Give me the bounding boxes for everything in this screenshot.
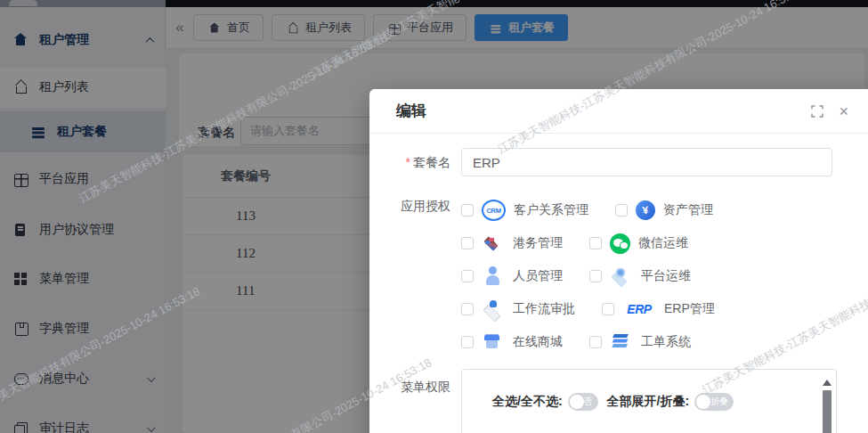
checkbox[interactable]: [589, 237, 602, 249]
checkbox[interactable]: [602, 303, 614, 315]
asset-icon: ¥: [635, 200, 657, 222]
app-auth-item[interactable]: 工单系统: [589, 331, 691, 353]
checkbox[interactable]: [461, 204, 474, 216]
tree-scrollbar[interactable]: [822, 372, 832, 433]
menu-permission-label: 菜单权限: [369, 369, 461, 404]
app-auth-item[interactable]: 港务管理: [461, 233, 563, 254]
app-auth-row: 应用授权 CRM客户关系管理¥资产管理港务管理微信运维人员管理平台运维工作流审批…: [369, 195, 868, 353]
dialog-body: *套餐名 ERP 应用授权 CRM客户关系管理¥资产管理港务管理微信运维人员管理…: [369, 134, 868, 433]
erp-icon: ERP: [622, 298, 656, 320]
toggle-knob: [696, 395, 710, 409]
required-asterisk: *: [406, 155, 410, 169]
app-auth-item[interactable]: 在线商城: [461, 331, 563, 353]
package-name-label: *套餐名: [369, 148, 461, 176]
app-auth-item[interactable]: ¥资产管理: [615, 200, 713, 221]
checkbox[interactable]: [461, 303, 474, 315]
expand-collapse-label: 全部展开/折叠:: [607, 394, 690, 410]
workorder-icon: [610, 331, 633, 353]
dialog-header: 编辑 ×: [369, 89, 868, 134]
checkbox[interactable]: [461, 336, 474, 348]
app-auth-item-label: 微信运维: [638, 235, 688, 251]
mall-icon: [482, 331, 505, 353]
menu-permission-tree-box: 全选/全不选: 否 全部展开/折叠: 折叠: [461, 369, 837, 433]
app-auth-item-label: 在线商城: [513, 334, 563, 350]
app-auth-item[interactable]: 平台运维: [589, 266, 691, 287]
scroll-up-arrow-icon: [823, 375, 831, 386]
app-auth-item-label: 工作流审批: [513, 301, 575, 317]
person-icon: [482, 266, 505, 287]
app-auth-label: 应用授权: [369, 195, 461, 216]
menu-permission-row: 菜单权限 全选/全不选: 否 全部展开/折叠: 折叠: [369, 369, 868, 433]
app-auth-item-label: 平台运维: [641, 268, 691, 284]
app-auth-item[interactable]: CRM客户关系管理: [461, 200, 588, 221]
wechat-icon: [610, 233, 630, 254]
workflow-icon: [482, 298, 505, 320]
edit-dialog: 编辑 × *套餐名 ERP 应用授权 CRM客户关系管理¥资产管理港务管理微信运…: [369, 89, 868, 433]
toggle-off-text: 否: [584, 396, 593, 408]
port-icon: [482, 233, 505, 254]
app-auth-item-label: ERP管理: [664, 301, 715, 317]
app-auth-item-label: 工单系统: [641, 334, 691, 350]
app-auth-item-label: 人员管理: [513, 268, 563, 284]
package-name-row: *套餐名 ERP: [369, 148, 868, 176]
select-all-toggle[interactable]: 否: [568, 393, 598, 411]
dialog-title: 编辑: [396, 101, 426, 121]
select-all-label: 全选/全不选:: [492, 394, 563, 410]
app-auth-item[interactable]: 工作流审批: [461, 298, 575, 320]
toggle-knob: [570, 395, 584, 409]
crm-icon: CRM: [482, 200, 506, 221]
checkbox[interactable]: [589, 270, 602, 282]
close-icon[interactable]: ×: [839, 103, 848, 119]
app-auth-item[interactable]: ERPERP管理: [602, 298, 715, 320]
scrollbar-thumb[interactable]: [823, 390, 831, 433]
package-name-input[interactable]: ERP: [461, 148, 832, 176]
checkbox[interactable]: [615, 204, 628, 216]
expand-collapse-toggle[interactable]: 折叠: [694, 393, 734, 411]
checkbox[interactable]: [589, 336, 602, 348]
platform-icon: [610, 266, 633, 287]
checkbox[interactable]: [461, 270, 474, 282]
app-auth-item[interactable]: 人员管理: [461, 266, 563, 287]
fullscreen-icon[interactable]: [811, 105, 823, 118]
app-auth-item[interactable]: 微信运维: [589, 233, 688, 254]
toggle-fold-text: 折叠: [710, 396, 728, 408]
checkbox[interactable]: [461, 237, 474, 249]
app-auth-item-label: 资产管理: [663, 202, 713, 218]
app-auth-item-label: 客户关系管理: [514, 202, 588, 218]
app-auth-item-label: 港务管理: [513, 235, 563, 251]
